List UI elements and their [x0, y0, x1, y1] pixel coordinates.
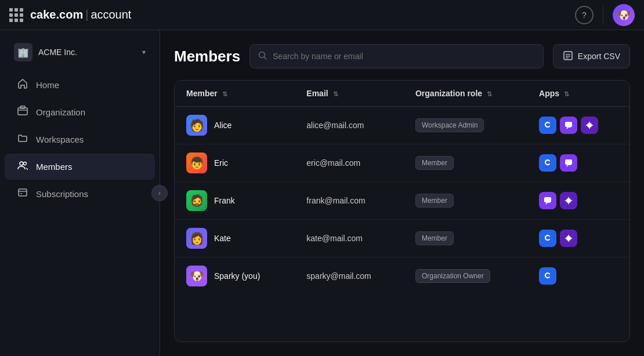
cell-apps: [527, 144, 629, 182]
cell-email: kate@mail.com: [295, 220, 404, 257]
cell-email: frank@mail.com: [295, 182, 404, 220]
app-icon-cake: [539, 267, 556, 285]
cell-email: alice@mail.com: [295, 107, 404, 144]
svg-point-15: [587, 123, 592, 128]
sidebar-item-workspaces[interactable]: Workspaces: [5, 126, 155, 152]
cell-role: Member: [404, 220, 527, 257]
main-content: Members: [160, 30, 644, 356]
org-icon: 🏢: [14, 43, 32, 61]
table-row: 🧔 Frank frank@mail.com Member: [175, 182, 629, 220]
app-icons-list: [539, 192, 618, 209]
topbar-left: cake.com|account: [9, 8, 131, 22]
app-icon-extra: [560, 192, 577, 209]
sidebar: 🏢 ACME Inc. ▾ Home Organization Workspac…: [0, 30, 160, 356]
cell-role: Organization Owner: [404, 257, 527, 295]
member-name: Kate: [214, 234, 231, 243]
export-csv-button[interactable]: Export CSV: [553, 44, 630, 68]
sidebar-item-members[interactable]: Members: [5, 154, 155, 180]
app-icon-cake: [539, 230, 556, 247]
app-icon-chat: [539, 192, 556, 209]
col-member[interactable]: Member ⇅: [175, 81, 295, 107]
cell-member: 🐶 Sparky (you): [175, 257, 295, 295]
sidebar-item-label: Organization: [36, 107, 85, 117]
sidebar-item-label: Home: [36, 80, 59, 90]
sidebar-item-label: Workspaces: [36, 135, 84, 144]
cell-member: 👦 Eric: [175, 144, 295, 182]
col-email[interactable]: Email ⇅: [295, 81, 404, 107]
col-apps[interactable]: Apps ⇅: [527, 81, 629, 107]
svg-line-9: [265, 57, 267, 60]
member-name: Frank: [214, 196, 235, 205]
svg-rect-14: [565, 122, 572, 127]
col-role[interactable]: Organization role ⇅: [404, 81, 527, 107]
page-header: Members: [174, 44, 630, 68]
org-selector[interactable]: 🏢 ACME Inc. ▾: [5, 37, 155, 67]
table-row: 🐶 Sparky (you) sparky@mail.com Organizat…: [175, 257, 629, 295]
cell-apps: [527, 257, 629, 295]
sidebar-item-home[interactable]: Home: [5, 72, 155, 98]
member-avatar: 🧑: [186, 115, 207, 136]
export-icon: [563, 50, 573, 63]
cell-email: eric@mail.com: [295, 144, 404, 182]
search-icon: [258, 51, 267, 61]
collapse-sidebar-button[interactable]: ‹: [151, 185, 168, 201]
app-icon-chat: [560, 117, 577, 134]
org-name: ACME Inc.: [38, 48, 136, 57]
subscriptions-icon: [16, 187, 29, 201]
cell-role: Workspace Admin: [404, 107, 527, 144]
app-icons-list: [539, 267, 618, 285]
cell-role: Member: [404, 144, 527, 182]
svg-rect-17: [544, 197, 551, 202]
app-icon-cake: [539, 117, 556, 134]
members-table: Member ⇅ Email ⇅ Organization role ⇅ App…: [175, 81, 629, 295]
svg-rect-16: [565, 159, 572, 165]
app-icons-list: [539, 117, 618, 134]
topbar-right: ? 🐶: [575, 4, 635, 26]
members-icon: [16, 160, 29, 173]
svg-rect-5: [19, 189, 27, 196]
member-avatar: 🧔: [186, 190, 207, 211]
workspaces-icon: [16, 133, 29, 146]
svg-point-19: [566, 236, 571, 241]
sidebar-item-organization[interactable]: Organization: [5, 99, 155, 125]
role-badge: Workspace Admin: [415, 118, 484, 132]
app-icons-list: [539, 230, 618, 247]
app-icon-extra: [560, 230, 577, 247]
member-avatar: 👦: [186, 152, 207, 173]
sort-member-icon: ⇅: [222, 90, 227, 97]
cell-apps: [527, 182, 629, 220]
search-input[interactable]: [273, 52, 535, 61]
cell-apps: [527, 107, 629, 144]
sort-role-icon: ⇅: [487, 90, 492, 97]
role-badge: Member: [415, 231, 454, 245]
grid-icon[interactable]: [9, 8, 23, 22]
member-avatar: 👩: [186, 228, 207, 249]
app-icon-cake: [539, 154, 556, 172]
svg-rect-0: [18, 108, 27, 115]
app-icon-chat: [560, 154, 577, 172]
table-row: 👩 Kate kate@mail.com Member: [175, 220, 629, 257]
help-button[interactable]: ?: [575, 6, 594, 24]
page-title: Members: [174, 48, 240, 66]
topbar: cake.com|account ? 🐶: [0, 0, 644, 30]
sidebar-item-subscriptions[interactable]: Subscriptions: [5, 181, 155, 207]
role-badge: Organization Owner: [415, 269, 490, 283]
svg-rect-10: [564, 52, 572, 60]
member-name: Eric: [214, 158, 228, 168]
home-icon: [16, 78, 29, 92]
cell-apps: [527, 220, 629, 257]
body-wrap: 🏢 ACME Inc. ▾ Home Organization Workspac…: [0, 30, 644, 356]
cell-member: 🧔 Frank: [175, 182, 295, 220]
table-row: 👦 Eric eric@mail.com Member: [175, 144, 629, 182]
sidebar-item-label: Members: [36, 162, 73, 172]
svg-point-3: [20, 162, 23, 165]
svg-rect-1: [20, 106, 25, 108]
svg-point-4: [24, 162, 27, 165]
member-avatar: 🐶: [186, 266, 207, 286]
sort-email-icon: ⇅: [333, 90, 338, 97]
export-label: Export CSV: [578, 52, 620, 61]
sort-apps-icon: ⇅: [564, 90, 569, 97]
chevron-down-icon: ▾: [142, 48, 146, 56]
user-avatar[interactable]: 🐶: [613, 4, 635, 26]
member-name: Alice: [214, 121, 231, 130]
